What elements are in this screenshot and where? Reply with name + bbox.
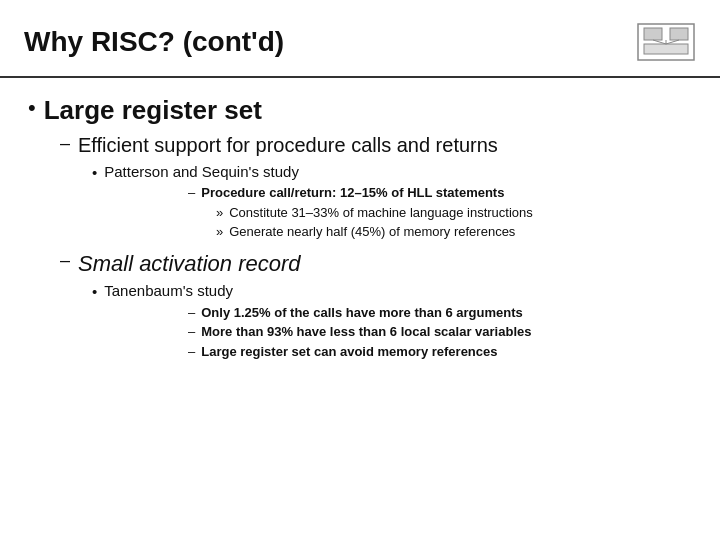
level4-text-proc: Procedure call/return: 12–15% of HLL sta… xyxy=(201,184,504,202)
level3-text-patterson: Patterson and Sequin's study xyxy=(104,162,299,182)
level3-block-patterson: • Patterson and Sequin's study – Procedu… xyxy=(92,162,692,241)
dash-l4-proc: – xyxy=(188,185,195,200)
slide-header: Why RISC? (cont'd) xyxy=(0,0,720,78)
dash-l4-1-25: – xyxy=(188,305,195,320)
level1-text: Large register set xyxy=(44,94,262,128)
diagram-icon xyxy=(636,20,696,64)
level4-text-1-25: Only 1.25% of the calls have more than 6… xyxy=(201,304,523,322)
level5-item-constitute: » Constitute 31–33% of machine language … xyxy=(216,204,692,222)
bullet-l3-patterson: • xyxy=(92,164,97,181)
level2-text-small: Small activation record xyxy=(78,249,301,279)
slide-title: Why RISC? (cont'd) xyxy=(24,26,284,58)
level4-text-93: More than 93% have less than 6 local sca… xyxy=(201,323,531,341)
level4-item-proc: – Procedure call/return: 12–15% of HLL s… xyxy=(188,184,692,202)
level5-item-generate: » Generate nearly half (45%) of memory r… xyxy=(216,223,692,241)
level4-item-93: – More than 93% have less than 6 local s… xyxy=(188,323,692,341)
level3-item-patterson: • Patterson and Sequin's study xyxy=(92,162,692,182)
chevron-l5-constitute: » xyxy=(216,205,223,220)
slide-content: • Large register set – Efficient support… xyxy=(0,78,720,372)
level5-block: » Constitute 31–33% of machine language … xyxy=(216,204,692,241)
level1-item: • Large register set xyxy=(28,94,692,128)
level4-item-1-25: – Only 1.25% of the calls have more than… xyxy=(188,304,692,322)
svg-rect-3 xyxy=(644,44,688,54)
level3-block-tanen: • Tanenbaum's study – Only 1.25% of the … xyxy=(92,281,692,360)
svg-line-6 xyxy=(666,40,679,44)
level3-item-tanen: • Tanenbaum's study xyxy=(92,281,692,301)
level5-text-generate: Generate nearly half (45%) of memory ref… xyxy=(229,223,515,241)
level5-text-constitute: Constitute 31–33% of machine language in… xyxy=(229,204,533,222)
svg-rect-2 xyxy=(670,28,688,40)
logo-area xyxy=(626,18,696,66)
level2-text-efficient: Efficient support for procedure calls an… xyxy=(78,132,498,159)
slide: Why RISC? (cont'd) • Large register set … xyxy=(0,0,720,540)
level4-item-large-reg: – Large register set can avoid memory re… xyxy=(188,343,692,361)
dash-l2: – xyxy=(60,133,70,154)
svg-line-5 xyxy=(653,40,666,44)
dash-l2-small: – xyxy=(60,250,70,271)
level2-item-small: – Small activation record xyxy=(60,249,692,279)
level3-text-tanen: Tanenbaum's study xyxy=(104,281,233,301)
svg-rect-1 xyxy=(644,28,662,40)
level2-item-efficient: – Efficient support for procedure calls … xyxy=(60,132,692,159)
dash-l4-93: – xyxy=(188,324,195,339)
dash-l4-large-reg: – xyxy=(188,344,195,359)
bullet-l1: • xyxy=(28,95,36,121)
level4-text-large-reg: Large register set can avoid memory refe… xyxy=(201,343,497,361)
level4-block-tanen: – Only 1.25% of the calls have more than… xyxy=(188,304,692,361)
level4-block-proc: – Procedure call/return: 12–15% of HLL s… xyxy=(188,184,692,241)
chevron-l5-generate: » xyxy=(216,224,223,239)
bullet-l3-tanen: • xyxy=(92,283,97,300)
